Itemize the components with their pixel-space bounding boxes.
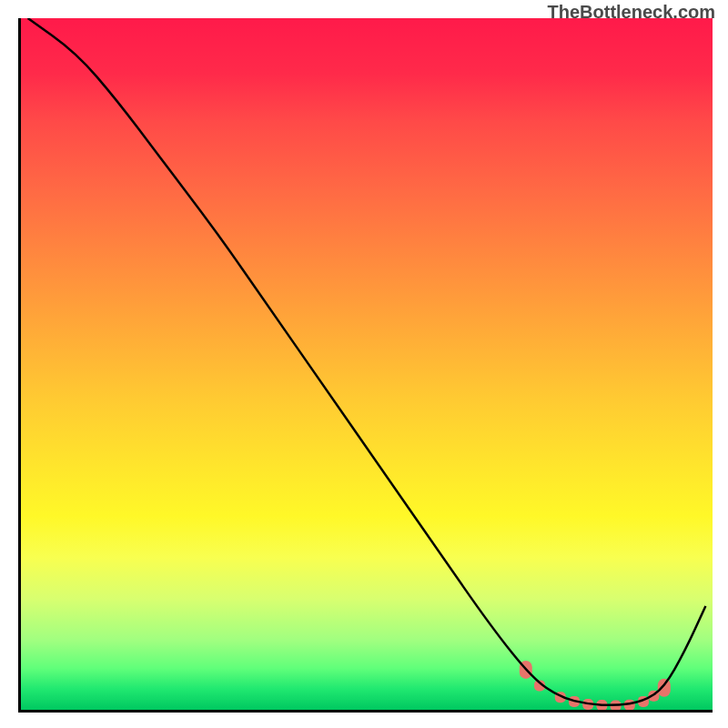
plot-area [18, 18, 713, 713]
watermark-text: TheBottleneck.com [548, 2, 715, 23]
chart-container: TheBottleneck.com [0, 0, 728, 728]
curve-svg [21, 18, 713, 710]
highlight-cap [658, 679, 671, 697]
main-curve [28, 18, 706, 705]
